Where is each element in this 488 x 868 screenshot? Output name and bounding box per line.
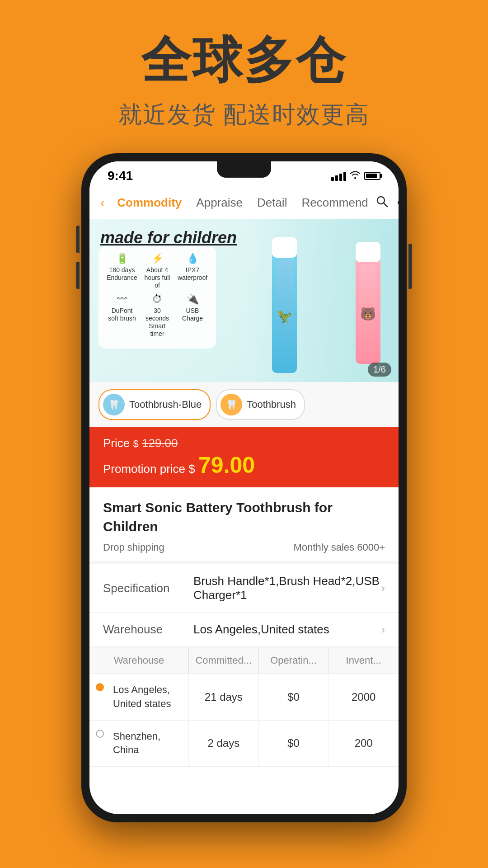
tab-detail[interactable]: Detail xyxy=(250,196,294,210)
warehouse-row-la[interactable]: Los Angeles, United states 21 days $0 20… xyxy=(89,674,399,721)
drop-shipping-badge: Drop shipping xyxy=(103,542,164,553)
promo-price-line: Promotion price $ 79.00 xyxy=(103,452,385,478)
original-price-line: Price $ 129.00 xyxy=(103,436,385,450)
tab-appraise[interactable]: Appraise xyxy=(189,196,250,210)
wh-location-la: Los Angeles, United states xyxy=(89,674,189,720)
page-main-title: 全球多仓 xyxy=(0,27,488,94)
details-section: Specification Brush Handle*1,Brush Head*… xyxy=(89,561,399,647)
monthly-sales: Monthly sales 6000+ xyxy=(294,542,385,553)
wifi-icon xyxy=(350,170,361,182)
variant-blue-label: Toothbrush-Blue xyxy=(129,399,202,410)
variant-blue[interactable]: 🦷 Toothbrush-Blue xyxy=(99,389,211,420)
feature-box: 🔋 180 days Endurance ⚡ About 4 hours ful… xyxy=(99,246,216,349)
phone-notch xyxy=(217,161,271,178)
signal-icon xyxy=(331,171,346,181)
image-counter: 1/6 xyxy=(368,363,391,377)
volume-up-button xyxy=(76,226,80,253)
brush-icon: 〰 xyxy=(117,293,127,305)
feature-item-waterproof: 💧 IPX7 waterproof xyxy=(177,253,208,289)
product-meta: Drop shipping Monthly sales 6000+ xyxy=(103,542,385,553)
svg-line-1 xyxy=(384,203,387,207)
warehouse-table: Warehouse Committed... Operatin... Inven… xyxy=(89,647,399,767)
specification-row[interactable]: Specification Brush Handle*1,Brush Head*… xyxy=(89,564,399,613)
warehouse-row[interactable]: Warehouse Los Angeles,United states › xyxy=(89,613,399,647)
waterproof-icon: 💧 xyxy=(187,253,199,264)
wh-operating-sz: $0 xyxy=(259,721,329,767)
promo-currency: $ xyxy=(188,462,195,476)
feature-item-charge: ⚡ About 4 hours full of xyxy=(142,253,173,289)
variant-default-label: Toothbrush xyxy=(247,399,296,410)
wh-operating-la: $0 xyxy=(259,674,329,720)
feature-item-brush: 〰 DuPont soft brush xyxy=(107,293,137,337)
radio-sz[interactable] xyxy=(96,730,104,738)
specification-value: Brush Handle*1,Brush Head*2,USB Charger*… xyxy=(193,574,381,602)
feature-item-usb: 🔌 USB Charge xyxy=(177,293,208,337)
endurance-icon: 🔋 xyxy=(116,253,128,264)
radio-la[interactable] xyxy=(96,683,104,691)
status-icons xyxy=(331,170,380,182)
promo-label: Promotion price xyxy=(103,462,185,476)
more-icon[interactable]: ••• xyxy=(397,195,399,211)
warehouse-label: Warehouse xyxy=(103,623,193,637)
variant-strip: 🦷 Toothbrush-Blue 🦷 Toothbrush xyxy=(89,382,399,427)
feature-item-timer: ⏱ 30 seconds Smart timer xyxy=(142,293,173,337)
variant-blue-thumb: 🦷 xyxy=(103,394,125,415)
specification-arrow: › xyxy=(381,582,385,594)
battery-icon xyxy=(364,172,380,180)
price-currency: $ xyxy=(133,438,138,449)
price-label: Price xyxy=(103,436,130,450)
original-price-amount: 129.00 xyxy=(142,436,178,450)
product-info: Smart Sonic Battery Toothbrush for Child… xyxy=(89,487,399,561)
wh-header-warehouse: Warehouse xyxy=(89,647,189,674)
warehouse-arrow: › xyxy=(381,623,385,636)
page-subtitle: 就近发货 配送时效更高 xyxy=(0,99,488,131)
variant-default-thumb: 🦷 xyxy=(221,394,242,415)
warehouse-value: Los Angeles,United states xyxy=(193,623,381,637)
toothbrush-image: 🦖 🐻 xyxy=(245,219,399,382)
volume-down-button xyxy=(76,262,80,289)
wh-location-sz: Shenzhen, China xyxy=(89,721,189,767)
product-image-area: made for children 🔋 180 days Endurance ⚡… xyxy=(89,219,399,382)
product-headline: made for children xyxy=(100,228,237,247)
charge-icon: ⚡ xyxy=(151,253,164,264)
wh-committed-la: 21 days xyxy=(189,674,259,720)
promo-price-amount: 79.00 xyxy=(198,453,255,478)
wh-inventory-sz: 200 xyxy=(328,721,399,767)
price-bar: Price $ 129.00 Promotion price $ 79.00 xyxy=(89,427,399,487)
warehouse-row-sz[interactable]: Shenzhen, China 2 days $0 200 xyxy=(89,721,399,767)
usb-icon: 🔌 xyxy=(187,293,199,305)
wh-inventory-la: 2000 xyxy=(328,674,399,720)
wh-header-operating: Operatin... xyxy=(259,647,329,674)
feature-item-endurance: 🔋 180 days Endurance xyxy=(107,253,137,289)
search-icon[interactable] xyxy=(375,195,388,211)
wh-header-inventory: Invent... xyxy=(328,647,399,674)
warehouse-table-header: Warehouse Committed... Operatin... Inven… xyxy=(89,647,399,674)
nav-tabs: ‹ Commodity Appraise Detail Recommend ••… xyxy=(89,187,399,219)
back-button[interactable]: ‹ xyxy=(100,196,104,210)
variant-default[interactable]: 🦷 Toothbrush xyxy=(216,389,305,420)
status-time: 9:41 xyxy=(108,169,133,183)
wh-committed-sz: 2 days xyxy=(189,721,259,767)
wh-header-committed: Committed... xyxy=(189,647,259,674)
timer-icon: ⏱ xyxy=(152,293,162,305)
specification-label: Specification xyxy=(103,581,193,595)
tab-commodity[interactable]: Commodity xyxy=(110,196,189,210)
power-button xyxy=(408,244,412,289)
product-name: Smart Sonic Battery Toothbrush for Child… xyxy=(103,498,385,536)
tab-recommend[interactable]: Recommend xyxy=(294,196,375,210)
